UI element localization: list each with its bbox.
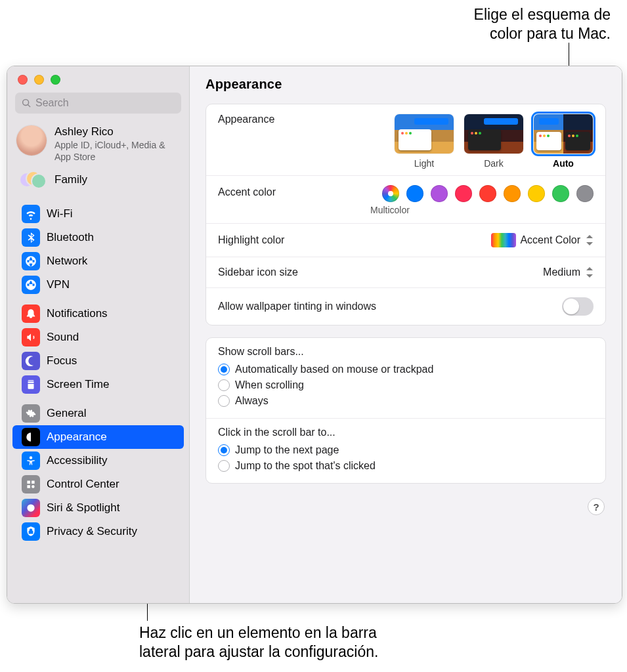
notifications-icon: [22, 304, 40, 323]
accent-row: Accent color Multicolor: [206, 175, 605, 223]
sidebar-item-label: Network: [47, 255, 87, 268]
minimize-button[interactable]: [34, 75, 44, 85]
scrollclick-title: Click in the scroll bar to...: [218, 427, 594, 438]
appearance-option-label: Light: [394, 158, 454, 169]
radio-label: Always: [235, 395, 269, 407]
scrollbars-option-2[interactable]: Always: [218, 393, 594, 409]
sidebar-item-label: Sound: [47, 331, 79, 344]
search-icon: [22, 98, 32, 108]
sidebar-size-row[interactable]: Sidebar icon size Medium: [206, 257, 605, 287]
accent-pink[interactable]: [455, 185, 472, 202]
sidebar-item-wifi[interactable]: Wi-Fi: [12, 202, 184, 226]
radio-label: When scrolling: [235, 379, 304, 391]
sidebar-item-siri[interactable]: Siri & Spotlight: [12, 496, 184, 520]
accent-green[interactable]: [552, 185, 569, 202]
scrollclick-group: Click in the scroll bar to... Jump to th…: [206, 418, 605, 483]
card-scroll: Show scroll bars... Automatically based …: [205, 337, 606, 484]
sidebar-item-label: Siri & Spotlight: [47, 501, 120, 514]
sound-icon: [22, 328, 40, 346]
accent-swatches: [382, 185, 594, 202]
scrollclick-option-1[interactable]: Jump to the spot that's clicked: [218, 458, 594, 474]
sidebar-item-label: Focus: [47, 354, 77, 368]
sidebar-item-label: Notifications: [47, 307, 108, 320]
main-pane: Appearance Appearance LightDarkAuto Acce…: [190, 66, 622, 603]
sidebar-item-focus[interactable]: Focus: [12, 349, 184, 373]
sidebar-size-value: Medium: [543, 266, 580, 278]
search-field[interactable]: [15, 93, 181, 114]
sidebar-item-label: General: [47, 407, 86, 420]
appearance-row: Appearance LightDarkAuto: [206, 104, 605, 175]
scrollbars-option-0[interactable]: Automatically based on mouse or trackpad: [218, 362, 594, 377]
sidebar-list: Wi-FiBluetoothNetworkVPNNotificationsSou…: [7, 197, 189, 603]
sidebar-item-accessibility[interactable]: Accessibility: [12, 449, 184, 472]
sidebar-size-label: Sidebar icon size: [218, 266, 298, 278]
callout-bottom: Haz clic en un elemento en la barra late…: [139, 623, 467, 662]
sidebar-item-label: Control Center: [47, 478, 119, 491]
radio-icon: [218, 460, 230, 472]
radio-icon: [218, 364, 230, 375]
sidebar-item-controlcenter[interactable]: Control Center: [12, 472, 184, 496]
radio-icon: [218, 444, 230, 456]
general-icon: [22, 404, 40, 423]
accent-multicolor[interactable]: [382, 185, 399, 202]
appearance-options: LightDarkAuto: [394, 114, 594, 169]
sidebar-item-network[interactable]: Network: [12, 249, 184, 273]
appearance-option-light[interactable]: Light: [394, 114, 454, 169]
tinting-row: Allow wallpaper tinting in windows: [206, 287, 605, 325]
sidebar-item-sound[interactable]: Sound: [12, 326, 184, 349]
accent-red[interactable]: [479, 185, 496, 202]
account-row[interactable]: Ashley Rico Apple ID, iCloud+, Media & A…: [7, 119, 189, 168]
sidebar-item-vpn[interactable]: VPN: [12, 273, 184, 297]
appearance-option-dark[interactable]: Dark: [464, 114, 524, 169]
appearance-label: Appearance: [218, 114, 274, 125]
controlcenter-icon: [22, 475, 40, 494]
search-input[interactable]: [35, 97, 175, 109]
family-icon: [16, 172, 47, 188]
close-button[interactable]: [18, 75, 28, 85]
sidebar-item-label: VPN: [47, 278, 70, 291]
tinting-toggle[interactable]: [562, 297, 594, 316]
sidebar-item-privacy[interactable]: Privacy & Security: [12, 520, 184, 543]
sidebar-item-label: Appearance: [47, 430, 107, 444]
window-controls: [7, 66, 189, 93]
accent-caption: Multicolor: [370, 205, 594, 215]
content: Appearance LightDarkAuto Accent color Mu…: [190, 104, 622, 603]
radio-icon: [218, 379, 230, 391]
focus-icon: [22, 352, 40, 370]
sidebar-item-general[interactable]: General: [12, 402, 184, 425]
sidebar-item-bluetooth[interactable]: Bluetooth: [12, 226, 184, 249]
sidebar-item-label: Screen Time: [47, 378, 109, 391]
scrollbars-option-1[interactable]: When scrolling: [218, 377, 594, 393]
page-title: Appearance: [190, 66, 622, 104]
svg-point-0: [27, 504, 34, 511]
sidebar-item-screentime[interactable]: Screen Time: [12, 373, 184, 396]
screentime-icon: [22, 375, 40, 394]
sidebar-item-label: Wi-Fi: [47, 207, 73, 220]
sidebar-item-label: Privacy & Security: [47, 525, 137, 538]
appearance-option-auto[interactable]: Auto: [533, 114, 594, 169]
card-appearance: Appearance LightDarkAuto Accent color Mu…: [205, 104, 606, 326]
sidebar-item-appearance[interactable]: Appearance: [12, 425, 184, 449]
appearance-option-label: Auto: [533, 158, 594, 169]
accent-yellow[interactable]: [528, 185, 545, 202]
callout-top: Elige el esquema de color para tu Mac.: [348, 5, 611, 43]
scrollbars-group: Show scroll bars... Automatically based …: [206, 338, 605, 418]
accent-orange[interactable]: [504, 185, 521, 202]
highlight-row[interactable]: Highlight color Accent Color: [206, 223, 605, 257]
family-label: Family: [54, 173, 87, 186]
accent-graphite[interactable]: [576, 185, 594, 202]
sidebar-item-notifications[interactable]: Notifications: [12, 302, 184, 326]
family-row[interactable]: Family: [7, 168, 189, 197]
radio-label: Automatically based on mouse or trackpad: [235, 364, 433, 375]
accent-purple[interactable]: [431, 185, 448, 202]
radio-icon: [218, 395, 230, 407]
appearance-option-label: Dark: [464, 158, 524, 169]
accent-blue[interactable]: [406, 185, 423, 202]
bluetooth-icon: [22, 228, 40, 247]
siri-icon: [22, 499, 40, 517]
accent-label: Accent color: [218, 185, 276, 198]
scrollclick-option-0[interactable]: Jump to the next page: [218, 442, 594, 458]
help-button[interactable]: ?: [588, 498, 605, 515]
vpn-icon: [22, 276, 40, 294]
zoom-button[interactable]: [51, 75, 60, 85]
